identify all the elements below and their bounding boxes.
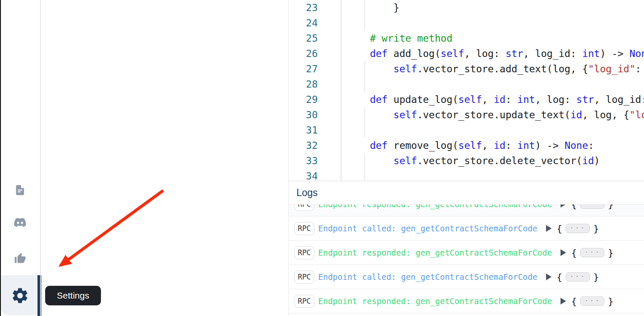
brace-close: } [608, 248, 613, 258]
code-line[interactable]: 33 self.vector_store.delete_vector(id) [289, 153, 644, 168]
code-token: self [394, 63, 417, 74]
line-number: 23 [289, 0, 342, 15]
log-row-content: RPCEndpoint responded: gen_getContractSc… [294, 241, 644, 265]
code-token: int [582, 48, 600, 59]
code-token: .vector_store.delete_vector( [417, 155, 582, 166]
expand-caret-icon[interactable] [561, 205, 566, 208]
code-line[interactable]: 34 [289, 168, 644, 181]
code-editor-panel[interactable]: 23 }2425 # write method26 def add_log(se… [288, 0, 644, 181]
code-line[interactable]: 31 [289, 122, 644, 138]
ellipsis-pill[interactable]: ··· [580, 205, 604, 209]
log-message: Endpoint called: gen_getContractSchemaFo… [318, 224, 538, 233]
code-line[interactable]: 32 def remove_log(self, id: int) -> None… [289, 138, 644, 153]
code-token: : [506, 140, 518, 151]
code-token: self [394, 155, 417, 166]
left-edge-strip [0, 0, 1, 316]
line-number: 27 [289, 61, 342, 77]
code-lines: 23 }2425 # write method26 def add_log(se… [289, 0, 644, 181]
code-line[interactable]: 29 def update_log(self, id: int, log: st… [289, 92, 644, 107]
log-row: RPCEndpoint called: gen_getContractSchem… [289, 216, 644, 241]
code-token: self [458, 94, 482, 105]
code-token: None [630, 48, 644, 59]
code-line[interactable]: 25 # write method [289, 31, 644, 46]
code-line[interactable]: 28 [289, 77, 644, 92]
code-token: remove_log( [388, 140, 458, 151]
code-token: , log, { [582, 109, 630, 120]
brace-open: { [571, 205, 577, 210]
brace-open: { [571, 248, 577, 258]
ellipsis-pill[interactable]: ··· [580, 296, 604, 306]
code-line[interactable]: 24 [289, 15, 644, 31]
log-message: Endpoint responded: gen_getContractSchem… [318, 296, 552, 306]
code-content [342, 168, 644, 181]
line-number: 30 [289, 107, 342, 122]
logs-panel: Logs RPCEndpoint responded: gen_getContr… [288, 181, 644, 316]
ellipsis-pill[interactable]: ··· [566, 224, 590, 233]
code-token: def [370, 140, 388, 151]
line-number: 24 [289, 15, 342, 31]
expand-caret-icon[interactable] [561, 249, 566, 256]
code-content [342, 15, 644, 31]
sidebar-item-settings[interactable] [10, 285, 30, 306]
logs-list: RPCEndpoint responded: gen_getContractSc… [289, 205, 644, 313]
indent-guide [365, 15, 365, 31]
code-content: # write method [342, 31, 644, 46]
line-number: 31 [289, 122, 342, 138]
rpc-badge: RPC [294, 246, 314, 259]
app-root: { "sidebar": { "items": [ { "name": "doc… [0, 0, 644, 316]
ellipsis-pill[interactable]: ··· [580, 248, 604, 257]
code-line[interactable]: 23 } [289, 0, 644, 15]
line-number: 29 [289, 92, 342, 107]
brace-open: { [571, 296, 577, 307]
code-token: "log_id" [588, 63, 635, 74]
code-token: , [482, 140, 494, 151]
ellipsis-pill[interactable]: ··· [566, 272, 590, 282]
code-content: self.vector_store.delete_vector(id) [342, 153, 644, 168]
code-token [346, 94, 370, 105]
code-content: } [342, 0, 644, 15]
settings-tooltip: Settings [45, 286, 101, 305]
sidebar-item-feedback[interactable] [10, 248, 30, 268]
log-row-content: RPCEndpoint responded: gen_getContractSc… [289, 205, 644, 216]
code-token: self [441, 48, 464, 59]
indent-guide [365, 153, 365, 168]
code-token: str [576, 94, 594, 105]
sidebar-item-discord[interactable] [10, 212, 30, 233]
code-content: self.vector_store.add_text(log, {"log_id… [342, 61, 644, 77]
log-row: RPCEndpoint called: gen_getContractSchem… [289, 265, 644, 289]
code-token [346, 63, 394, 74]
rpc-badge: RPC [294, 270, 314, 284]
document-icon [14, 184, 26, 196]
indent-guide [365, 61, 365, 77]
code-token: None [564, 140, 588, 151]
log-row-content: RPCEndpoint called: gen_getContractSchem… [294, 265, 644, 289]
gear-icon [11, 286, 29, 305]
log-row-content: RPCEndpoint responded: gen_getContractSc… [294, 289, 644, 313]
code-line[interactable]: 27 self.vector_store.add_text(log, {"log… [289, 61, 644, 77]
code-token [346, 140, 370, 151]
logs-header: Logs [289, 181, 644, 205]
brace-close: } [608, 205, 613, 210]
sidebar-item-docs[interactable] [10, 180, 30, 200]
code-token: def [370, 48, 388, 59]
expand-caret-icon[interactable] [561, 298, 566, 305]
code-line[interactable]: 30 self.vector_store.update_text(id, log… [289, 107, 644, 122]
brace-close: } [593, 223, 599, 234]
code-content [342, 122, 644, 138]
code-token: add_log( [388, 48, 441, 59]
code-line[interactable]: 26 def add_log(self, log: str, log_id: i… [289, 46, 644, 61]
expand-caret-icon[interactable] [546, 225, 552, 232]
indent-guide [365, 168, 365, 181]
code-token: .vector_store.add_text(log, { [417, 63, 588, 74]
code-content: def update_log(self, id: int, log: str, … [342, 92, 644, 107]
code-token: self [394, 109, 417, 120]
sidebar-divider [40, 0, 41, 316]
line-number: 26 [289, 46, 342, 61]
code-token: id [570, 109, 582, 120]
line-number: 33 [289, 153, 342, 168]
rpc-badge: RPC [294, 205, 314, 211]
settings-tooltip-label: Settings [57, 290, 89, 301]
code-token: : [506, 94, 518, 105]
line-number: 34 [289, 168, 342, 181]
expand-caret-icon[interactable] [546, 273, 552, 280]
